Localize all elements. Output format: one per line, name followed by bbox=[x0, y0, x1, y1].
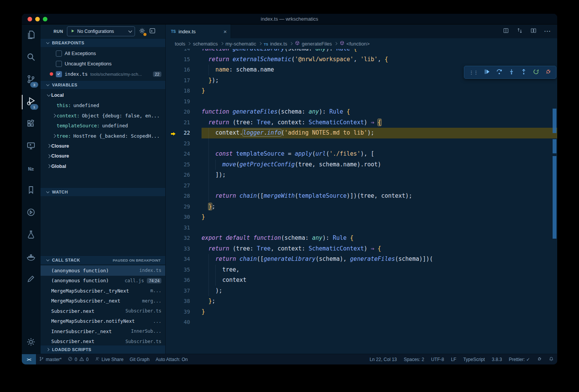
watch-header[interactable]: WATCH bbox=[41, 187, 165, 196]
launch-config-select[interactable]: No Configurations bbox=[67, 26, 135, 36]
line-number[interactable]: 31 bbox=[166, 223, 202, 233]
activity-remote-explorer[interactable] bbox=[22, 135, 40, 158]
step-over-button[interactable] bbox=[496, 68, 503, 76]
step-out-button[interactable] bbox=[520, 68, 527, 76]
gutter[interactable]: 30 bbox=[166, 212, 202, 223]
gutter[interactable]: 33 bbox=[166, 244, 202, 254]
status-git-graph[interactable]: Git Graph bbox=[127, 354, 153, 364]
line-number[interactable]: 34 bbox=[166, 254, 202, 265]
gutter[interactable]: 27 bbox=[166, 181, 202, 191]
call-stack-frame[interactable]: MergeMapSubscriber.notifyNext... bbox=[41, 316, 165, 327]
gutter[interactable]: 24 bbox=[166, 149, 202, 159]
call-stack-frame[interactable]: MergeMapSubscriber._tryNextm... bbox=[41, 286, 165, 296]
variable-scope[interactable]: Local bbox=[41, 90, 165, 101]
line-number[interactable]: 25 bbox=[166, 159, 202, 170]
line-number[interactable]: 33 bbox=[166, 244, 202, 254]
activity-explorer[interactable] bbox=[22, 24, 40, 47]
breadcrumb-item[interactable]: my-schematic bbox=[226, 41, 256, 47]
git-compare-icon[interactable] bbox=[517, 28, 523, 35]
status-problems[interactable]: 00 bbox=[65, 354, 91, 364]
overview-ruler[interactable] bbox=[552, 49, 557, 354]
gutter[interactable]: 35 bbox=[166, 265, 202, 275]
status-language-mode[interactable]: TypeScript bbox=[460, 354, 488, 364]
variable-scope[interactable]: Global bbox=[41, 161, 165, 172]
open-changes-icon[interactable] bbox=[503, 28, 509, 35]
gutter[interactable]: 14 bbox=[166, 49, 202, 54]
breadcrumb-item[interactable]: schematics bbox=[193, 41, 218, 47]
breakpoint-checkbox[interactable] bbox=[56, 61, 62, 67]
line-number[interactable]: 20 bbox=[166, 107, 202, 117]
activity-nx-console[interactable]: N≥ bbox=[22, 158, 40, 180]
status-cursor-position[interactable]: Ln 22, Col 13 bbox=[366, 354, 400, 364]
gutter[interactable]: 36 bbox=[166, 275, 202, 286]
variable-scope[interactable]: Closure bbox=[41, 151, 165, 161]
activity-bookmarks[interactable] bbox=[22, 180, 40, 202]
line-number[interactable]: 17 bbox=[166, 75, 202, 86]
drag-handle-button[interactable]: ⋮⋮ bbox=[469, 69, 478, 76]
debug-console-button[interactable] bbox=[149, 28, 156, 36]
gutter[interactable]: 18 bbox=[166, 86, 202, 96]
line-number[interactable]: 28 bbox=[166, 191, 202, 202]
status-prettier[interactable]: Prettier: ✓ bbox=[506, 354, 533, 364]
gutter[interactable]: 21 bbox=[166, 117, 202, 128]
line-number[interactable]: 16 bbox=[166, 65, 202, 75]
status-git-branch[interactable]: master* bbox=[36, 354, 65, 364]
gutter[interactable]: 23 bbox=[166, 138, 202, 149]
status-eol[interactable]: LF bbox=[447, 354, 460, 364]
gutter[interactable]: 20 bbox=[166, 107, 202, 117]
variables-header[interactable]: VARIABLES bbox=[41, 80, 165, 89]
activity-search[interactable] bbox=[22, 47, 40, 69]
gutter[interactable]: 25 bbox=[166, 159, 202, 170]
gutter[interactable]: 28 bbox=[166, 191, 202, 202]
line-number[interactable]: 14 bbox=[166, 49, 202, 54]
line-number[interactable]: 36 bbox=[166, 275, 202, 286]
line-number[interactable]: 29 bbox=[166, 202, 202, 212]
breakpoint-item[interactable]: All Exceptions bbox=[41, 48, 165, 59]
call-stack-frame[interactable]: Subscriber.nextSubscriber.ts bbox=[41, 337, 165, 345]
breadcrumb-item[interactable]: <function> bbox=[340, 41, 370, 47]
status-auto-attach[interactable]: Auto Attach: On bbox=[153, 354, 191, 364]
gutter[interactable]: 38 bbox=[166, 296, 202, 307]
gutter[interactable]: 37 bbox=[166, 286, 202, 296]
gutter[interactable]: 34 bbox=[166, 254, 202, 265]
line-number[interactable]: 30 bbox=[166, 212, 202, 223]
restart-button[interactable] bbox=[533, 68, 539, 76]
close-window-button[interactable] bbox=[28, 17, 32, 21]
gutter[interactable]: 17 bbox=[166, 75, 202, 86]
tab-index-ts[interactable]: TS index.ts × bbox=[166, 24, 231, 38]
line-number[interactable]: 23 bbox=[166, 138, 202, 149]
line-number[interactable]: 19 bbox=[166, 96, 202, 107]
breadcrumb-item[interactable]: tools bbox=[175, 41, 185, 47]
line-number[interactable]: 39 bbox=[166, 307, 202, 317]
gutter[interactable]: 19 bbox=[166, 96, 202, 107]
activity-extensions[interactable] bbox=[22, 113, 40, 135]
line-number[interactable]: 15 bbox=[166, 54, 202, 65]
status-remote-indicator[interactable]: >< bbox=[22, 354, 36, 364]
gutter[interactable]: 40 bbox=[166, 317, 202, 328]
zoom-window-button[interactable] bbox=[43, 17, 47, 21]
breakpoint-item[interactable]: Uncaught Exceptions bbox=[41, 59, 165, 69]
line-number[interactable]: 18 bbox=[166, 86, 202, 96]
line-number[interactable]: 27 bbox=[166, 181, 202, 191]
disconnect-button[interactable] bbox=[545, 68, 551, 76]
step-into-button[interactable] bbox=[508, 68, 515, 76]
activity-notes[interactable] bbox=[22, 268, 40, 291]
variable-item[interactable]: templateSource:undefined bbox=[41, 121, 165, 131]
gutter[interactable]: 26 bbox=[166, 170, 202, 181]
title-bar[interactable]: index.ts — wrkschematics bbox=[22, 14, 557, 24]
activity-test-explorer[interactable] bbox=[22, 224, 40, 246]
activity-source-control[interactable]: 3 bbox=[22, 69, 40, 91]
minimize-window-button[interactable] bbox=[35, 17, 40, 21]
line-number[interactable]: 24 bbox=[166, 149, 202, 159]
split-editor-icon[interactable] bbox=[530, 28, 537, 35]
activity-docker[interactable] bbox=[22, 246, 40, 268]
gutter[interactable]: 22 bbox=[166, 128, 202, 138]
line-number[interactable]: 37 bbox=[166, 286, 202, 296]
status-notifications[interactable] bbox=[545, 354, 557, 364]
status-debug-plug[interactable] bbox=[533, 354, 545, 364]
gutter[interactable]: 29 bbox=[166, 202, 202, 212]
breadcrumb-item[interactable]: generateFiles bbox=[295, 41, 332, 47]
breakpoints-header[interactable]: BREAKPOINTS bbox=[41, 38, 165, 47]
activity-manage[interactable] bbox=[22, 332, 40, 354]
breakpoint-checkbox[interactable] bbox=[56, 50, 62, 57]
